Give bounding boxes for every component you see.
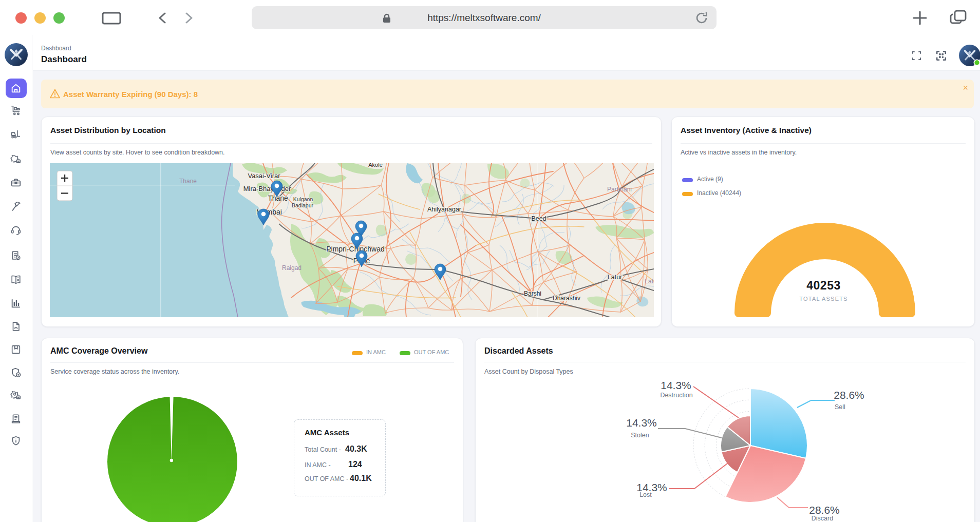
svg-text:Barshi: Barshi (524, 290, 541, 297)
svg-text:14.3%: 14.3% (626, 417, 657, 429)
svg-text:28.6%: 28.6% (809, 504, 840, 516)
svg-text:Kulgaon: Kulgaon (293, 196, 313, 202)
svg-text:Latur: Latur (645, 278, 654, 285)
svg-text:14.3%: 14.3% (661, 379, 691, 391)
svg-text:Ahilyanagar: Ahilyanagar (427, 206, 461, 213)
svg-text:Destruction: Destruction (660, 392, 692, 399)
svg-text:Akole: Akole (368, 163, 383, 168)
svg-text:28.6%: 28.6% (834, 389, 864, 401)
svg-text:Parbhani: Parbhani (607, 186, 632, 193)
svg-text:Badlapur: Badlapur (292, 202, 314, 208)
svg-text:Lost: Lost (639, 491, 652, 498)
svg-text:Stolen: Stolen (631, 432, 649, 439)
svg-text:Dharashiv: Dharashiv (553, 295, 580, 302)
svg-text:Discard: Discard (812, 515, 833, 522)
svg-text:Beed: Beed (531, 215, 546, 222)
svg-text:Thane: Thane (179, 178, 197, 185)
svg-text:Sell: Sell (835, 403, 845, 411)
svg-text:Latur: Latur (608, 274, 623, 281)
svg-text:Raigad: Raigad (282, 264, 301, 272)
svg-text:Mira-Bhayander: Mira-Bhayander (243, 185, 291, 192)
svg-text:Vasai-Virar: Vasai-Virar (248, 172, 280, 180)
